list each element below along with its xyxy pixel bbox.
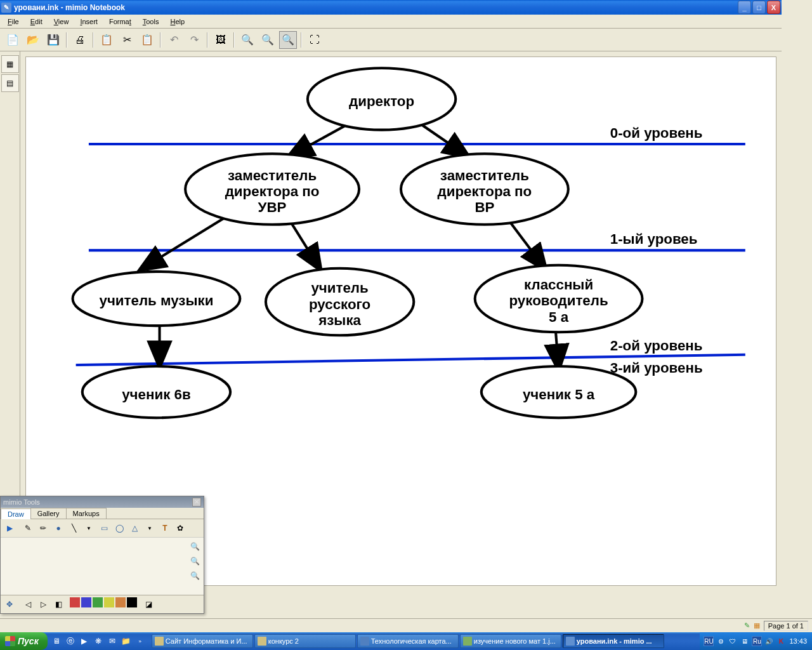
- menu-help[interactable]: Help: [165, 17, 190, 27]
- zoom-in-icon[interactable]: 🔍: [239, 31, 256, 49]
- pen-tool-icon[interactable]: ✎: [21, 521, 35, 535]
- circle-fill-tool-icon[interactable]: ●: [51, 521, 65, 535]
- tools-titlebar[interactable]: mimio Tools ✕: [1, 496, 204, 508]
- menu-tools[interactable]: Tools: [138, 17, 164, 27]
- mimio-tools-window[interactable]: mimio Tools ✕ Draw Gallery Markups ▶ ✎ ✏…: [0, 496, 204, 614]
- tools-tab-markups[interactable]: Markups: [66, 508, 107, 519]
- color-2-icon[interactable]: [81, 597, 91, 607]
- dropdown-icon[interactable]: ▼: [143, 521, 157, 535]
- pointer-tool-icon[interactable]: ▶: [3, 521, 16, 535]
- page-indicator: Page 1 of 1: [764, 621, 782, 627]
- color-6-icon[interactable]: [127, 597, 137, 607]
- tools-zoom-in-icon[interactable]: 🔍: [188, 540, 202, 554]
- node-russian-l2: русского: [309, 296, 370, 312]
- tools-bottom-row: ✥ ◁ ▷ ◧ ◪: [1, 595, 204, 613]
- cut-icon[interactable]: ✂: [118, 31, 136, 49]
- close-button[interactable]: X: [767, 1, 780, 14]
- redo-icon[interactable]: ↷: [185, 31, 203, 49]
- eraser-tool-icon[interactable]: ◧: [51, 597, 65, 611]
- node-class5a-l3: 5 а: [549, 309, 569, 325]
- node-music-label: учитель музыки: [100, 293, 214, 308]
- node-deputy-uvr-l3: УВР: [258, 199, 287, 215]
- open-file-icon[interactable]: 📂: [24, 31, 42, 49]
- zoom-fit-icon[interactable]: 🔍: [279, 31, 297, 49]
- menu-edit[interactable]: Edit: [25, 17, 48, 27]
- color-1-icon[interactable]: [70, 597, 80, 607]
- node-deputy-vr-l2: директора по: [438, 183, 532, 199]
- highlighter-tool-icon[interactable]: ✏: [36, 521, 50, 535]
- window-titlebar: ✎ уровани.ink - mimio Notebook _ □ X: [0, 0, 782, 15]
- prev-page-icon[interactable]: ◁: [21, 597, 35, 611]
- minimize-button[interactable]: _: [738, 1, 751, 14]
- menu-file[interactable]: File: [3, 17, 24, 27]
- triangle-tool-icon[interactable]: △: [128, 521, 141, 535]
- menu-view[interactable]: View: [49, 17, 74, 27]
- app-icon: ✎: [1, 3, 11, 13]
- toolbar-separator: [233, 32, 235, 48]
- node-deputy-uvr-l2: директора по: [225, 183, 320, 199]
- node-director-label: директор: [349, 93, 414, 109]
- toolbar-separator: [301, 32, 302, 48]
- level-2-label: 2-ой уровень: [610, 338, 703, 354]
- status-bar: ✎ ▦ Page 1 of 1: [0, 618, 782, 626]
- tools-tabs: Draw Gallery Markups: [1, 508, 204, 519]
- page-thumb-2-icon[interactable]: ▤: [1, 74, 19, 92]
- move-tool-icon[interactable]: ✥: [3, 597, 16, 611]
- node-deputy-vr-l3: ВР: [475, 199, 494, 215]
- copy-icon[interactable]: 📋: [98, 31, 115, 49]
- main-area: ▦ ▤ 0-ой уровень 1-ый уровеь 2-ой уровен…: [0, 51, 782, 591]
- node-deputy-vr-l1: заместитель: [440, 168, 529, 183]
- reveal-tool-icon[interactable]: ◪: [141, 597, 155, 611]
- new-file-icon[interactable]: 📄: [4, 31, 22, 49]
- dropdown-icon[interactable]: ▼: [82, 521, 96, 535]
- tools-tab-gallery[interactable]: Gallery: [30, 508, 67, 519]
- page-thumb-icon[interactable]: ▦: [1, 55, 19, 73]
- toolbar-separator: [93, 32, 94, 48]
- main-toolbar: 📄 📂 💾 🖨 📋 ✂ 📋 ↶ ↷ 🖼 🔍 🔍 🔍 ⛶: [0, 29, 782, 51]
- toolbar-separator: [207, 32, 208, 48]
- line-tool-icon[interactable]: ╲: [67, 521, 81, 535]
- undo-icon[interactable]: ↶: [165, 31, 183, 49]
- svg-line-4: [507, 218, 546, 270]
- tools-title-text: mimio Tools: [3, 498, 192, 506]
- menu-insert[interactable]: Insert: [75, 17, 103, 27]
- tools-close-button[interactable]: ✕: [192, 498, 201, 507]
- tools-body: 🔍 🔍 🔍: [1, 538, 204, 595]
- svg-line-2: [140, 218, 224, 270]
- toolbar-separator: [160, 32, 161, 48]
- print-icon[interactable]: 🖨: [71, 31, 89, 49]
- node-class5a-l1: классный: [524, 277, 593, 293]
- color-3-icon[interactable]: [93, 597, 103, 607]
- rect-tool-icon[interactable]: ▭: [97, 521, 111, 535]
- svg-line-3: [288, 218, 320, 270]
- level-3-label: 3-ий уровень: [610, 360, 703, 376]
- paste-icon[interactable]: 📋: [138, 31, 156, 49]
- nav-icon[interactable]: ▦: [754, 621, 760, 626]
- node-russian-l1: учитель: [311, 280, 368, 296]
- insert-image-icon[interactable]: 🖼: [212, 31, 230, 49]
- menu-bar: File Edit View Insert Format Tools Help: [0, 15, 782, 29]
- menu-format[interactable]: Format: [104, 17, 136, 27]
- color-4-icon[interactable]: [104, 597, 114, 607]
- node-class5a-l2: руководитель: [509, 293, 608, 308]
- text-tool-icon[interactable]: T: [158, 521, 172, 535]
- tools-draw-row: ▶ ✎ ✏ ● ╲ ▼ ▭ ◯ △ ▼ T ✿: [1, 519, 204, 538]
- fullscreen-icon[interactable]: ⛶: [306, 31, 324, 49]
- node-student5a-label: ученик 5 а: [523, 387, 595, 402]
- tools-zoom-out-icon[interactable]: 🔍: [188, 554, 202, 568]
- save-icon[interactable]: 💾: [44, 31, 62, 49]
- window-title: уровани.ink - mimio Notebook: [14, 3, 738, 12]
- tools-tab-draw[interactable]: Draw: [1, 508, 31, 519]
- edit-icon[interactable]: ✎: [744, 621, 750, 626]
- node-student6v-label: ученик 6в: [122, 387, 190, 402]
- toolbar-separator: [66, 32, 67, 48]
- color-5-icon[interactable]: [115, 597, 126, 607]
- svg-line-1: [417, 121, 468, 157]
- node-russian-l3: языка: [318, 312, 361, 328]
- stamp-tool-icon[interactable]: ✿: [173, 521, 187, 535]
- ellipse-tool-icon[interactable]: ◯: [112, 521, 126, 535]
- zoom-out-icon[interactable]: 🔍: [259, 31, 277, 49]
- maximize-button[interactable]: □: [752, 1, 766, 14]
- next-page-icon[interactable]: ▷: [36, 597, 50, 611]
- tools-zoom-fit-icon[interactable]: 🔍: [188, 569, 202, 583]
